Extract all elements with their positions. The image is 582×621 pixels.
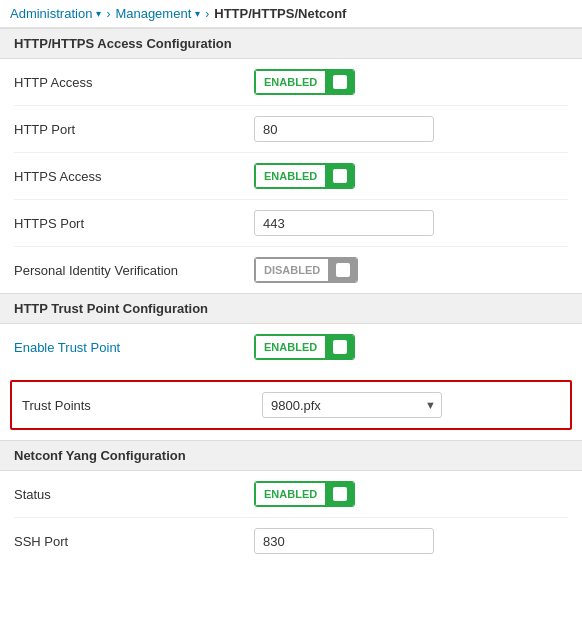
select-trust-points-wrapper: 9800.pfx ▼ [262,392,442,418]
row-https-access: HTTPS Access ENABLED [14,153,568,200]
toggle-http-access-switch[interactable] [326,70,354,94]
label-http-access: HTTP Access [14,75,254,90]
label-https-port: HTTPS Port [14,216,254,231]
section-trust-point-header: HTTP Trust Point Configuration [0,293,582,324]
breadcrumb-management-label: Management [115,6,191,21]
select-trust-points[interactable]: 9800.pfx [262,392,442,418]
toggle-status[interactable]: ENABLED [254,481,355,507]
toggle-enable-trust-point[interactable]: ENABLED [254,334,355,360]
toggle-enable-trust-point-switch[interactable] [326,335,354,359]
input-https-port[interactable] [254,210,434,236]
toggle-piv-inner [336,263,350,277]
control-trust-points: 9800.pfx ▼ [262,392,560,418]
breadcrumb-admin-label: Administration [10,6,92,21]
breadcrumb-management-arrow: ▾ [195,8,200,19]
row-piv: Personal Identity Verification DISABLED [14,247,568,293]
toggle-http-access-label: ENABLED [255,70,326,94]
input-http-port[interactable] [254,116,434,142]
breadcrumb-sep-1: › [106,7,110,21]
toggle-https-access-label: ENABLED [255,164,326,188]
row-http-access: HTTP Access ENABLED [14,59,568,106]
toggle-http-access[interactable]: ENABLED [254,69,355,95]
control-https-access: ENABLED [254,163,568,189]
main-content: HTTP/HTTPS Access Configuration HTTP Acc… [0,28,582,564]
toggle-https-access-switch[interactable] [326,164,354,188]
control-https-port [254,210,568,236]
toggle-status-label: ENABLED [255,482,326,506]
breadcrumb-admin-arrow: ▾ [96,8,101,19]
label-piv: Personal Identity Verification [14,263,254,278]
section-netconf-header: Netconf Yang Configuration [0,440,582,471]
row-enable-trust-point: Enable Trust Point ENABLED [14,324,568,370]
toggle-piv[interactable]: DISABLED [254,257,358,283]
row-ssh-port: SSH Port [14,518,568,564]
toggle-http-access-inner [333,75,347,89]
label-status: Status [14,487,254,502]
section-netconf-body: Status ENABLED SSH Port [0,471,582,564]
control-http-access: ENABLED [254,69,568,95]
breadcrumb-sep-2: › [205,7,209,21]
toggle-piv-switch[interactable] [329,258,357,282]
control-status: ENABLED [254,481,568,507]
toggle-https-access[interactable]: ENABLED [254,163,355,189]
input-ssh-port[interactable] [254,528,434,554]
label-trust-points: Trust Points [22,398,262,413]
row-http-port: HTTP Port [14,106,568,153]
toggle-enable-trust-point-label: ENABLED [255,335,326,359]
breadcrumb: Administration ▾ › Management ▾ › HTTP/H… [0,0,582,28]
label-http-port: HTTP Port [14,122,254,137]
breadcrumb-current: HTTP/HTTPS/Netconf [214,6,346,21]
breadcrumb-management[interactable]: Management ▾ [115,6,200,21]
control-enable-trust-point: ENABLED [254,334,568,360]
section-trust-point-body: Enable Trust Point ENABLED [0,324,582,370]
label-ssh-port: SSH Port [14,534,254,549]
toggle-enable-trust-point-inner [333,340,347,354]
row-trust-points: Trust Points 9800.pfx ▼ [10,380,572,430]
toggle-status-inner [333,487,347,501]
control-http-port [254,116,568,142]
row-status: Status ENABLED [14,471,568,518]
control-piv: DISABLED [254,257,568,283]
row-https-port: HTTPS Port [14,200,568,247]
section-http-https-body: HTTP Access ENABLED HTTP Port HTTPS Acce… [0,59,582,293]
toggle-https-access-inner [333,169,347,183]
toggle-piv-label: DISABLED [255,258,329,282]
control-ssh-port [254,528,568,554]
toggle-status-switch[interactable] [326,482,354,506]
breadcrumb-administration[interactable]: Administration ▾ [10,6,101,21]
label-https-access: HTTPS Access [14,169,254,184]
trust-points-container: Trust Points 9800.pfx ▼ [0,370,582,440]
section-http-https-header: HTTP/HTTPS Access Configuration [0,28,582,59]
label-enable-trust-point: Enable Trust Point [14,340,254,355]
